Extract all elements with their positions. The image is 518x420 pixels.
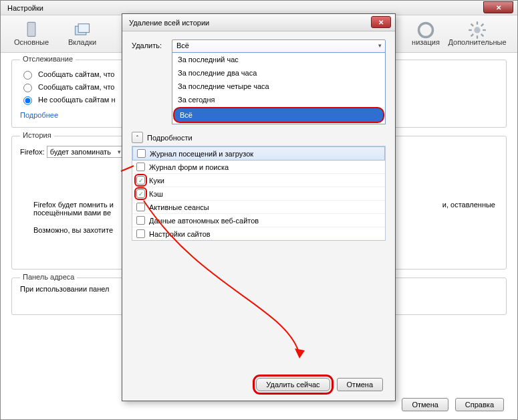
close-icon[interactable]: ✕ — [483, 1, 513, 13]
tab-tabs[interactable]: Вкладки — [58, 19, 106, 52]
radio-label: Не сообщать сайтам н — [38, 96, 116, 104]
addressbar-legend: Панель адреса — [20, 273, 77, 281]
clear-items-list: Журнал посещений и загрузок Журнал форм … — [132, 146, 386, 241]
svg-point-4 — [474, 27, 480, 33]
combo-selected[interactable]: Всё — [172, 39, 386, 53]
details-label: Подробности — [147, 134, 192, 142]
dialog-buttons: Удалить сейчас Отмена — [256, 378, 383, 391]
tab-label: Вкладки — [68, 38, 96, 46]
svg-rect-0 — [27, 22, 35, 36]
tab-label: низация — [412, 38, 440, 46]
checkbox-icon[interactable] — [136, 189, 145, 198]
cancel-button[interactable]: Отмена — [337, 378, 383, 391]
checkbox-icon[interactable] — [136, 176, 145, 185]
check-item-cache[interactable]: Кэш — [132, 187, 385, 201]
svg-line-11 — [471, 34, 474, 37]
svg-point-3 — [419, 23, 433, 37]
checkbox-icon[interactable] — [136, 163, 145, 171]
tab-label: Основные — [14, 38, 49, 46]
radio-label: Сообщать сайтам, что — [38, 83, 114, 91]
check-label: Данные автономных веб-сайтов — [149, 217, 259, 225]
check-item-cookies[interactable]: Куки — [132, 174, 385, 187]
history-mode-combo[interactable]: будет запоминать — [47, 146, 124, 158]
checkbox-icon[interactable] — [136, 229, 145, 238]
tracking-more-link[interactable]: Подробнее — [20, 111, 58, 119]
check-item-sessions[interactable]: Активные сеансы — [132, 201, 385, 214]
combo-dropdown: За последний час За последние два часа З… — [172, 52, 386, 124]
check-label: Настройки сайтов — [149, 230, 211, 238]
check-label: Активные сеансы — [149, 203, 209, 211]
delete-now-button[interactable]: Удалить сейчас — [256, 378, 330, 391]
check-label: Журнал форм и поиска — [149, 163, 229, 171]
svg-line-12 — [481, 24, 484, 27]
radio-icon[interactable] — [23, 96, 32, 105]
combo-option[interactable]: За последний час — [172, 53, 385, 66]
combo-option[interactable]: За последние два часа — [172, 66, 385, 80]
tab-sync-partial[interactable]: низация — [410, 19, 441, 52]
radio-label: Сообщать сайтам, что — [38, 70, 114, 78]
radio-icon[interactable] — [23, 71, 32, 80]
checkbox-icon[interactable] — [136, 203, 145, 211]
combo-option[interactable]: За последние четыре часа — [172, 80, 385, 93]
help-button[interactable]: Справка — [455, 398, 504, 411]
radio-icon[interactable] — [23, 84, 32, 92]
checkbox-icon[interactable] — [137, 149, 146, 158]
settings-title: Настройки — [7, 4, 43, 12]
svg-rect-2 — [78, 24, 89, 33]
clear-history-dialog: Удаление всей истории ✕ Удалить: Всё За … — [122, 13, 396, 401]
details-toggle[interactable]: ˆ — [132, 132, 143, 143]
check-label: Журнал посещений и загрузок — [150, 150, 253, 158]
combo-option-selected[interactable]: Всё — [173, 107, 384, 123]
time-range-combo[interactable]: Всё За последний час За последние два ча… — [172, 39, 386, 53]
dialog-title: Удаление всей истории — [129, 19, 209, 27]
check-item-offline[interactable]: Данные автономных веб-сайтов — [132, 214, 385, 227]
checkbox-icon[interactable] — [136, 216, 145, 225]
history-legend: История — [20, 131, 54, 139]
cancel-button[interactable]: Отмена — [402, 398, 448, 411]
tab-label: Дополнительные — [448, 38, 506, 46]
close-icon[interactable]: ✕ — [371, 16, 391, 28]
dialog-titlebar: Удаление всей истории ✕ — [122, 14, 395, 31]
check-item-browsing[interactable]: Журнал посещений и загрузок — [132, 146, 385, 161]
tab-advanced[interactable]: Дополнительные — [444, 19, 511, 52]
settings-buttons: Отмена Справка — [402, 398, 504, 411]
tab-general[interactable]: Основные — [7, 19, 55, 52]
tab-hidden — [109, 19, 122, 52]
addressbar-text: При использовании панел — [20, 285, 109, 293]
firefox-label: Firefox: — [20, 148, 45, 156]
svg-line-9 — [471, 24, 474, 27]
combo-option[interactable]: За сегодня — [172, 93, 385, 106]
tracking-legend: Отслеживание — [20, 55, 76, 63]
check-label: Куки — [149, 177, 164, 185]
check-label: Кэш — [149, 190, 163, 198]
check-item-forms[interactable]: Журнал форм и поиска — [132, 161, 385, 174]
check-item-siteprefs[interactable]: Настройки сайтов — [132, 227, 385, 240]
svg-line-10 — [481, 34, 484, 37]
delete-label: Удалить: — [132, 39, 166, 49]
